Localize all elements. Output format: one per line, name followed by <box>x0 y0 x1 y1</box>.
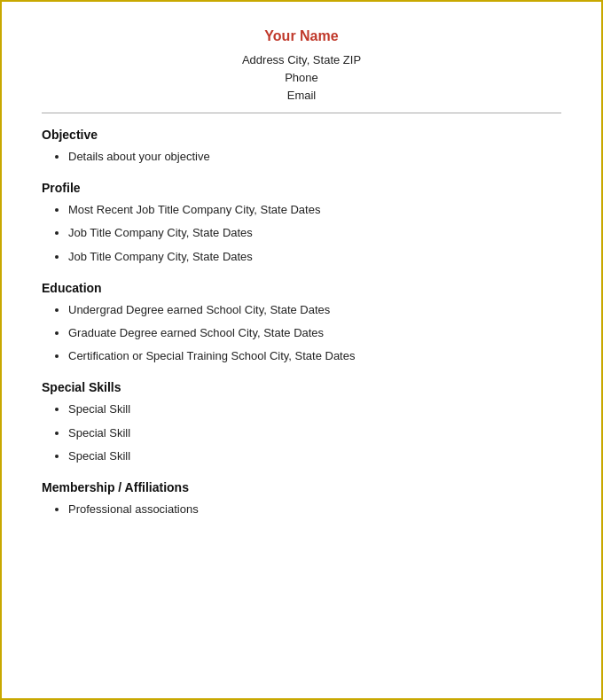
section-education: EducationUndergrad Degree earned School … <box>42 281 561 365</box>
section-list-special-skills: Special SkillSpecial SkillSpecial Skill <box>42 401 561 464</box>
section-profile: ProfileMost Recent Job Title Company Cit… <box>42 181 561 265</box>
header-divider <box>42 113 561 113</box>
section-title-special-skills: Special Skills <box>42 380 561 394</box>
sections-container: ObjectiveDetails about your objectivePro… <box>42 128 561 517</box>
section-list-objective: Details about your objective <box>42 149 561 165</box>
section-title-membership: Membership / Affiliations <box>42 480 561 494</box>
list-item: Job Title Company City, State Dates <box>68 225 561 241</box>
section-list-membership: Professional associations <box>42 502 561 517</box>
list-item: Details about your objective <box>68 149 561 165</box>
list-item: Special Skill <box>68 448 561 464</box>
list-item: Certification or Special Training School… <box>68 348 561 364</box>
list-item: Job Title Company City, State Dates <box>68 249 561 265</box>
section-objective: ObjectiveDetails about your objective <box>42 128 561 165</box>
section-list-profile: Most Recent Job Title Company City, Stat… <box>42 202 561 265</box>
list-item: Professional associations <box>68 502 561 517</box>
list-item: Graduate Degree earned School City, Stat… <box>68 325 561 341</box>
phone-line: Phone <box>42 71 561 84</box>
address-line: Address City, State ZIP <box>42 53 561 66</box>
list-item: Most Recent Job Title Company City, Stat… <box>68 202 561 218</box>
section-title-education: Education <box>42 281 561 295</box>
list-item: Special Skill <box>68 401 561 417</box>
list-item: Special Skill <box>68 425 561 441</box>
header-section: Your Name Address City, State ZIP Phone … <box>42 28 561 102</box>
section-title-profile: Profile <box>42 181 561 195</box>
email-line: Email <box>42 89 561 102</box>
your-name: Your Name <box>42 28 561 44</box>
section-list-education: Undergrad Degree earned School City, Sta… <box>42 302 561 365</box>
section-special-skills: Special SkillsSpecial SkillSpecial Skill… <box>42 380 561 464</box>
section-membership: Membership / AffiliationsProfessional as… <box>42 480 561 517</box>
resume-container: Your Name Address City, State ZIP Phone … <box>0 0 603 700</box>
list-item: Undergrad Degree earned School City, Sta… <box>68 302 561 318</box>
section-title-objective: Objective <box>42 128 561 142</box>
